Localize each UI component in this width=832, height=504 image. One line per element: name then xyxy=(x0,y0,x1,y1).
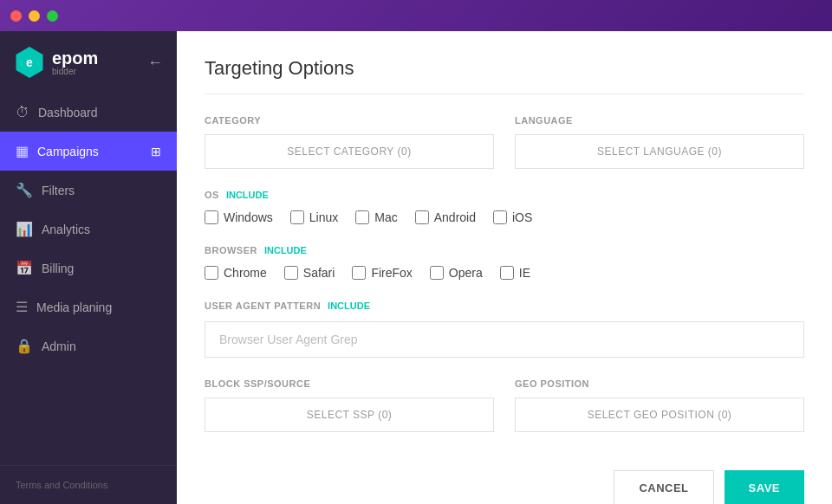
language-col: LANGUAGE SELECT LANGUAGE (0) xyxy=(515,115,804,169)
save-button[interactable]: SAVE xyxy=(725,470,804,504)
os-linux[interactable]: Linux xyxy=(290,210,338,224)
sidebar-item-label: Analytics xyxy=(42,223,90,236)
os-windows-checkbox[interactable] xyxy=(205,210,218,224)
os-checkbox-group: Windows Linux Mac Android iOS xyxy=(205,210,804,224)
browser-label: BROWSER xyxy=(205,245,257,255)
os-ios-checkbox[interactable] xyxy=(493,210,507,224)
footer-actions: CANCEL SAVE xyxy=(205,453,804,504)
os-mac[interactable]: Mac xyxy=(355,210,397,224)
main-content: Targeting Options CATEGORY SELECT CATEGO… xyxy=(177,31,832,504)
billing-icon: 📅 xyxy=(16,260,33,276)
user-agent-input[interactable] xyxy=(205,321,804,358)
browser-opera[interactable]: Opera xyxy=(430,266,483,280)
os-mac-checkbox[interactable] xyxy=(355,210,369,224)
browser-label-row: BROWSER INCLUDE xyxy=(205,245,804,255)
browser-include-tag[interactable]: INCLUDE xyxy=(264,245,307,255)
os-windows-label: Windows xyxy=(224,210,273,224)
sidebar-item-dashboard[interactable]: ⏱ Dashboard xyxy=(0,94,177,132)
logo-area: e epom bidder xyxy=(14,47,98,78)
terms-link[interactable]: Terms and Conditions xyxy=(16,480,107,490)
logo-sub: bidder xyxy=(52,67,98,76)
logo-text: epom xyxy=(52,48,98,68)
logo-text-block: epom bidder xyxy=(52,48,98,76)
browser-firefox-checkbox[interactable] xyxy=(352,266,366,280)
browser-safari-checkbox[interactable] xyxy=(284,266,298,280)
browser-firefox-label: FireFox xyxy=(371,266,412,280)
sidebar-logo: e epom bidder ← xyxy=(0,31,177,94)
page-title: Targeting Options xyxy=(205,57,804,94)
cancel-button[interactable]: CANCEL xyxy=(614,470,713,504)
browser-ie-checkbox[interactable] xyxy=(500,266,514,280)
geo-position-col: GEO POSITION SELECT GEO POSITION (0) xyxy=(515,378,804,432)
ssp-geo-row: BLOCK SSP/SOURCE SELECT SSP (0) GEO POSI… xyxy=(205,378,804,432)
sidebar-item-label: Media planing xyxy=(36,300,112,314)
logo-icon: e xyxy=(14,47,45,78)
sidebar-item-media-planing[interactable]: ☰ Media planing xyxy=(0,288,177,326)
sidebar-item-analytics[interactable]: 📊 Analytics xyxy=(0,210,177,249)
sidebar-item-billing[interactable]: 📅 Billing xyxy=(0,249,177,288)
traffic-light-yellow[interactable] xyxy=(29,10,40,22)
filters-icon: 🔧 xyxy=(16,182,33,198)
browser-opera-checkbox[interactable] xyxy=(430,266,444,280)
app-container: e epom bidder ← ⏱ Dashboard ▦ Campaigns xyxy=(0,31,832,504)
admin-icon: 🔒 xyxy=(16,338,33,354)
campaigns-action-icon: ⊞ xyxy=(151,145,161,158)
os-mac-label: Mac xyxy=(374,210,397,224)
media-planing-icon: ☰ xyxy=(16,299,28,315)
browser-safari[interactable]: Safari xyxy=(284,266,335,280)
os-ios[interactable]: iOS xyxy=(493,210,532,224)
user-agent-include-tag[interactable]: INCLUDE xyxy=(328,300,370,311)
user-agent-label-row: USER AGENT PATTERN INCLUDE xyxy=(205,300,804,311)
block-ssp-label: BLOCK SSP/SOURCE xyxy=(205,378,494,389)
select-geo-button[interactable]: SELECT GEO POSITION (0) xyxy=(515,397,804,432)
sidebar-item-admin[interactable]: 🔒 Admin xyxy=(0,326,177,365)
sidebar-item-label: Filters xyxy=(42,184,75,197)
browser-opera-label: Opera xyxy=(449,266,483,280)
sidebar: e epom bidder ← ⏱ Dashboard ▦ Campaigns xyxy=(0,31,177,504)
user-agent-label: USER AGENT PATTERN xyxy=(205,300,321,311)
os-windows[interactable]: Windows xyxy=(205,210,273,224)
os-android-checkbox[interactable] xyxy=(415,210,429,224)
traffic-light-red[interactable] xyxy=(10,10,22,22)
titlebar xyxy=(0,0,832,31)
language-label: LANGUAGE xyxy=(515,115,804,126)
browser-chrome-checkbox[interactable] xyxy=(205,266,218,280)
browser-safari-label: Safari xyxy=(303,266,335,280)
sidebar-item-label: Dashboard xyxy=(38,106,98,120)
geo-position-label: GEO POSITION xyxy=(515,378,804,389)
os-android-label: Android xyxy=(434,210,476,224)
sidebar-item-filters[interactable]: 🔧 Filters xyxy=(0,171,177,210)
browser-chrome[interactable]: Chrome xyxy=(205,266,267,280)
category-language-row: CATEGORY SELECT CATEGORY (0) LANGUAGE SE… xyxy=(205,115,804,169)
browser-ie[interactable]: IE xyxy=(500,266,530,280)
select-language-button[interactable]: SELECT LANGUAGE (0) xyxy=(515,134,804,169)
browser-chrome-label: Chrome xyxy=(224,266,267,280)
block-ssp-col: BLOCK SSP/SOURCE SELECT SSP (0) xyxy=(205,378,494,432)
select-category-button[interactable]: SELECT CATEGORY (0) xyxy=(205,134,494,169)
traffic-light-green[interactable] xyxy=(47,10,58,22)
sidebar-item-label: Admin xyxy=(42,339,76,353)
os-android[interactable]: Android xyxy=(415,210,476,224)
sidebar-nav: ⏱ Dashboard ▦ Campaigns ⊞ 🔧 Filters xyxy=(0,94,177,465)
browser-firefox[interactable]: FireFox xyxy=(352,266,412,280)
analytics-icon: 📊 xyxy=(16,221,33,237)
back-button[interactable]: ← xyxy=(147,54,163,72)
category-label: CATEGORY xyxy=(205,115,494,126)
os-linux-checkbox[interactable] xyxy=(290,210,304,224)
dashboard-icon: ⏱ xyxy=(16,105,29,120)
category-col: CATEGORY SELECT CATEGORY (0) xyxy=(205,115,494,169)
select-ssp-button[interactable]: SELECT SSP (0) xyxy=(205,397,494,432)
os-label-row: OS INCLUDE xyxy=(205,190,804,200)
sidebar-item-label: Campaigns xyxy=(37,145,99,158)
os-include-tag[interactable]: INCLUDE xyxy=(226,190,269,200)
os-ios-label: iOS xyxy=(512,210,532,224)
os-label: OS xyxy=(205,190,219,200)
sidebar-item-label: Billing xyxy=(42,262,74,275)
sidebar-item-campaigns[interactable]: ▦ Campaigns ⊞ xyxy=(0,132,177,171)
sidebar-footer: Terms and Conditions xyxy=(0,465,177,504)
os-linux-label: Linux xyxy=(309,210,338,224)
browser-checkbox-group: Chrome Safari FireFox Opera IE xyxy=(205,266,804,280)
browser-ie-label: IE xyxy=(519,266,530,280)
campaigns-icon: ▦ xyxy=(16,143,29,159)
